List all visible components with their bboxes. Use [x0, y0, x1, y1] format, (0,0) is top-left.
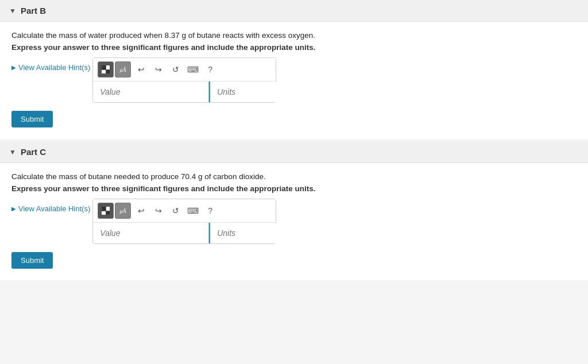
part-c-collapse-arrow[interactable]: ▼ [9, 148, 16, 156]
part-c-btn-group: μÅ [98, 203, 131, 219]
mu-icon: μÅ [120, 67, 126, 73]
part-b-keyboard-button[interactable]: ⌨ [186, 63, 200, 76]
part-b-title: Part B [21, 6, 46, 16]
part-c-undo-button[interactable]: ↩ [134, 204, 148, 218]
part-b-hint-link[interactable]: ▶ View Available Hint(s) [11, 63, 90, 72]
part-c-keyboard-button[interactable]: ⌨ [186, 204, 200, 218]
part-b-refresh-button[interactable]: ↺ [169, 63, 183, 76]
part-b-hint-arrow: ▶ [11, 64, 16, 71]
part-b-inputs [93, 82, 276, 102]
part-c-hint-arrow: ▶ [11, 206, 16, 212]
part-b-submit-button[interactable]: Submit [11, 111, 53, 127]
part-b-undo-button[interactable]: ↩ [134, 63, 148, 76]
grid-icon-2 [102, 207, 110, 215]
part-b-instruction: Express your answer to three significant… [11, 43, 577, 52]
part-c-value-input[interactable] [93, 223, 209, 243]
part-c-redo-button[interactable]: ↪ [152, 204, 165, 218]
part-c-answer-box: μÅ ↩ ↪ ↺ ⌨ ? [92, 199, 276, 244]
part-c-grid-button[interactable] [98, 203, 114, 219]
part-c-section: ▼ Part C Calculate the mass of butane ne… [0, 141, 588, 280]
part-c-hint-link[interactable]: ▶ View Available Hint(s) [11, 204, 90, 213]
part-c-header: ▼ Part C [0, 141, 588, 163]
part-c-submit-button[interactable]: Submit [11, 252, 53, 269]
part-b-hint-label: View Available Hint(s) [18, 63, 90, 72]
part-b-answer-box: μÅ ↩ ↪ ↺ ⌨ ? [92, 57, 276, 103]
part-b-redo-button[interactable]: ↪ [152, 63, 165, 76]
part-b-collapse-arrow[interactable]: ▼ [9, 7, 16, 15]
grid-icon [102, 65, 110, 73]
part-c-hint-label: View Available Hint(s) [18, 204, 90, 213]
part-c-units-input[interactable] [209, 223, 326, 243]
part-b-help-button[interactable]: ? [203, 63, 217, 76]
part-b-body: Calculate the mass of water produced whe… [0, 22, 588, 139]
part-c-question: Calculate the mass of butane needed to p… [11, 172, 577, 181]
part-b-value-input[interactable] [93, 82, 209, 102]
part-b-section: ▼ Part B Calculate the mass of water pro… [0, 0, 588, 139]
part-b-toolbar: μÅ ↩ ↪ ↺ ⌨ ? [93, 58, 276, 82]
part-c-body: Calculate the mass of butane needed to p… [0, 163, 588, 280]
part-b-mu-button[interactable]: μÅ [115, 61, 131, 78]
part-b-btn-group: μÅ [98, 61, 131, 78]
part-b-grid-button[interactable] [98, 61, 114, 78]
part-c-inputs [93, 223, 276, 243]
part-b-question: Calculate the mass of water produced whe… [11, 31, 577, 40]
part-c-toolbar: μÅ ↩ ↪ ↺ ⌨ ? [93, 199, 276, 223]
part-b-header: ▼ Part B [0, 0, 588, 22]
part-b-units-input[interactable] [209, 82, 326, 102]
part-c-instruction: Express your answer to three significant… [11, 184, 577, 193]
mu-icon-2: μÅ [120, 208, 126, 214]
part-c-title: Part C [21, 147, 46, 157]
part-c-refresh-button[interactable]: ↺ [169, 204, 183, 218]
part-c-mu-button[interactable]: μÅ [115, 203, 131, 219]
part-c-help-button[interactable]: ? [203, 204, 217, 218]
